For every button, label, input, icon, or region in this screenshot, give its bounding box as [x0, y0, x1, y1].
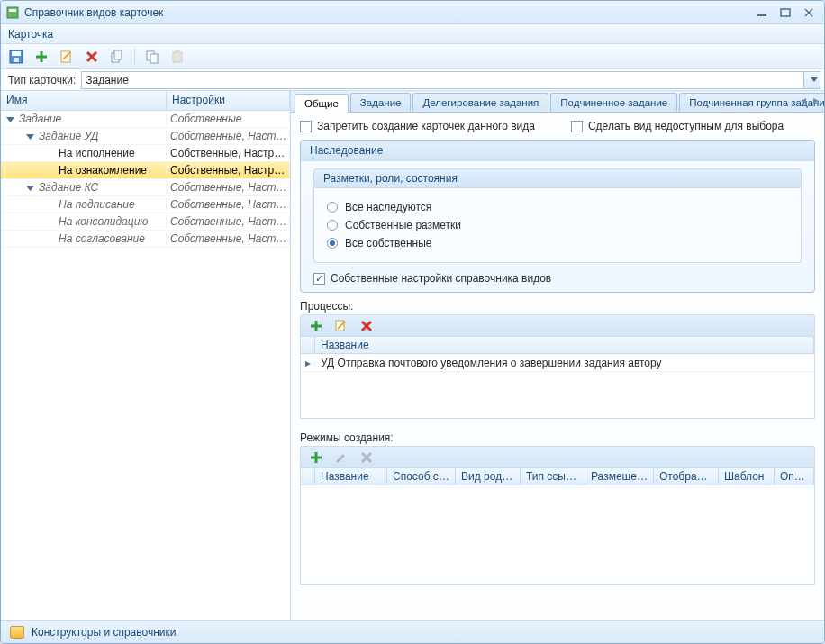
tab-delegation[interactable]: Делегирование задания — [412, 93, 548, 112]
inheritance-group: Наследование Разметки, роли, состояния В… — [300, 140, 815, 293]
duplicate-icon[interactable] — [144, 49, 160, 65]
tree-row[interactable]: На исполнениеСобственные, Настро… — [1, 145, 290, 162]
tree-row[interactable]: На согласованиеСобственные, Наст… — [1, 231, 290, 248]
checkbox-icon — [571, 121, 583, 132]
radio-all-inherited-label: Все наследуются — [345, 201, 431, 213]
tree-row-name: Задание — [19, 113, 61, 125]
tree-row-settings: Собственные, Настро… — [167, 164, 290, 177]
modes-col-0[interactable]: Название — [315, 468, 387, 485]
tree-row[interactable]: На подписаниеСобственные, Наст… — [1, 196, 290, 213]
processes-row[interactable]: ▸ УД Отправка почтового уведомления о за… — [301, 354, 814, 372]
radio-all-own-label: Все собственные — [345, 237, 432, 249]
svg-rect-1 — [9, 9, 16, 12]
tree-row[interactable]: Задание КССобственные, Наст… — [1, 179, 290, 196]
modes-col-6[interactable]: Шаблон — [719, 468, 775, 485]
maximize-button[interactable] — [775, 5, 795, 20]
add-icon[interactable] — [33, 49, 50, 65]
modes-col-marker — [301, 468, 315, 485]
mode-add-icon[interactable] — [308, 449, 324, 466]
edit-icon[interactable] — [59, 49, 75, 65]
checkbox-icon — [313, 273, 325, 285]
radio-own-layouts[interactable]: Собственные разметки — [327, 219, 788, 231]
radio-all-own[interactable]: Все собственные — [327, 237, 788, 249]
expand-icon[interactable] — [5, 113, 15, 124]
tab-general[interactable]: Общие — [295, 94, 349, 113]
process-edit-icon[interactable] — [333, 318, 349, 334]
modes-col-2[interactable]: Вид роди… — [456, 468, 521, 485]
tree-row-name: Задание КС — [39, 181, 98, 194]
dropdown-arrow-icon[interactable] — [803, 72, 820, 88]
checkbox-own-settings[interactable]: Собственные настройки справочника видов — [313, 272, 802, 285]
tree-row-name: На ознакомление — [59, 164, 147, 177]
main-toolbar — [1, 44, 824, 69]
card-type-row: Тип карточки: Задание — [1, 69, 824, 91]
svg-rect-17 — [150, 54, 158, 63]
processes-grid-header: Название — [300, 336, 815, 354]
processes-row-name: УД Отправка почтового уведомления о заве… — [315, 357, 814, 369]
tree-row-name: На исполнение — [59, 147, 135, 159]
checkbox-forbid-create[interactable]: Запретить создание карточек данного вида — [300, 120, 535, 132]
tab-task[interactable]: Задание — [350, 93, 412, 112]
tab-subtask[interactable]: Подчиненное задание — [550, 93, 677, 112]
folder-icon — [10, 626, 24, 639]
app-icon — [6, 6, 19, 19]
menu-card[interactable]: Карточка — [8, 28, 53, 41]
menu-bar: Карточка — [1, 24, 824, 44]
tree-pane: Имя Настройки ЗаданиеСобственныеЗадание … — [1, 91, 291, 620]
toolbar-separator — [134, 49, 135, 65]
checkbox-own-settings-label: Собственные настройки справочника видов — [331, 272, 551, 285]
card-type-value: Задание — [82, 74, 129, 86]
modes-col-3[interactable]: Тип ссылки — [521, 468, 585, 485]
process-delete-icon[interactable] — [358, 318, 375, 334]
delete-icon[interactable] — [84, 49, 100, 65]
detail-pane: Общие Задание Делегирование задания Подч… — [291, 91, 824, 620]
tree-row[interactable]: На ознакомлениеСобственные, Настро… — [1, 162, 290, 179]
window-title: Справочник видов карточек — [24, 6, 748, 19]
svg-rect-3 — [781, 9, 790, 16]
card-type-label: Тип карточки: — [1, 74, 81, 86]
save-icon[interactable] — [8, 49, 24, 65]
expand-icon[interactable] — [24, 131, 35, 141]
tree-header-name[interactable]: Имя — [1, 91, 167, 110]
tabs-bar: Общие Задание Делегирование задания Подч… — [291, 91, 824, 113]
tree-header-settings[interactable]: Настройки — [167, 91, 290, 110]
tabs-left-icon[interactable]: ◂ — [799, 94, 808, 106]
close-button[interactable] — [799, 5, 819, 20]
modes-grid-header: Название Способ со… Вид роди… Тип ссылки… — [300, 467, 815, 485]
radio-all-inherited[interactable]: Все наследуются — [327, 201, 788, 213]
tree-row-settings: Собственные, Наст… — [167, 198, 290, 211]
tree-row[interactable]: ЗаданиеСобственные — [1, 111, 290, 128]
processes-title: Процессы: — [300, 300, 815, 313]
copy-icon[interactable] — [109, 49, 125, 65]
modes-col-7[interactable]: Операция… — [775, 468, 814, 485]
svg-rect-15 — [114, 50, 122, 59]
mode-delete-icon — [358, 449, 375, 466]
modes-grid-body — [300, 485, 815, 585]
processes-toolbar — [300, 314, 815, 336]
modes-toolbar — [300, 446, 815, 467]
processes-col-marker — [301, 337, 315, 353]
modes-col-1[interactable]: Способ со… — [387, 468, 456, 485]
row-marker-icon: ▸ — [301, 357, 315, 369]
svg-rect-0 — [7, 7, 18, 18]
process-add-icon[interactable] — [308, 318, 324, 334]
svg-rect-7 — [12, 51, 21, 56]
tree-row[interactable]: Задание УДСобственные, Наст… — [1, 128, 290, 145]
modes-col-4[interactable]: Размещен… — [585, 468, 654, 485]
processes-col-name[interactable]: Название — [315, 337, 814, 353]
radio-icon — [327, 202, 338, 213]
checkbox-unavailable[interactable]: Сделать вид недоступным для выбора — [571, 120, 784, 132]
radio-own-layouts-label: Собственные разметки — [345, 219, 461, 231]
status-link[interactable]: Конструкторы и справочники — [32, 626, 176, 639]
paste-icon[interactable] — [169, 49, 186, 65]
minimize-button[interactable] — [752, 5, 772, 20]
modes-col-5[interactable]: Отображ… — [654, 468, 719, 485]
expand-icon[interactable] — [24, 182, 35, 193]
tree-row-settings: Собственные, Наст… — [167, 232, 290, 245]
tabs-right-icon[interactable]: ▸ — [811, 94, 820, 106]
tree-row-settings: Собственные, Наст… — [167, 181, 290, 194]
checkbox-forbid-label: Запретить создание карточек данного вида — [317, 120, 535, 132]
mode-edit-icon — [333, 449, 349, 466]
card-type-dropdown[interactable]: Задание — [81, 71, 820, 89]
tree-row[interactable]: На консолидациюСобственные, Наст… — [1, 213, 290, 231]
